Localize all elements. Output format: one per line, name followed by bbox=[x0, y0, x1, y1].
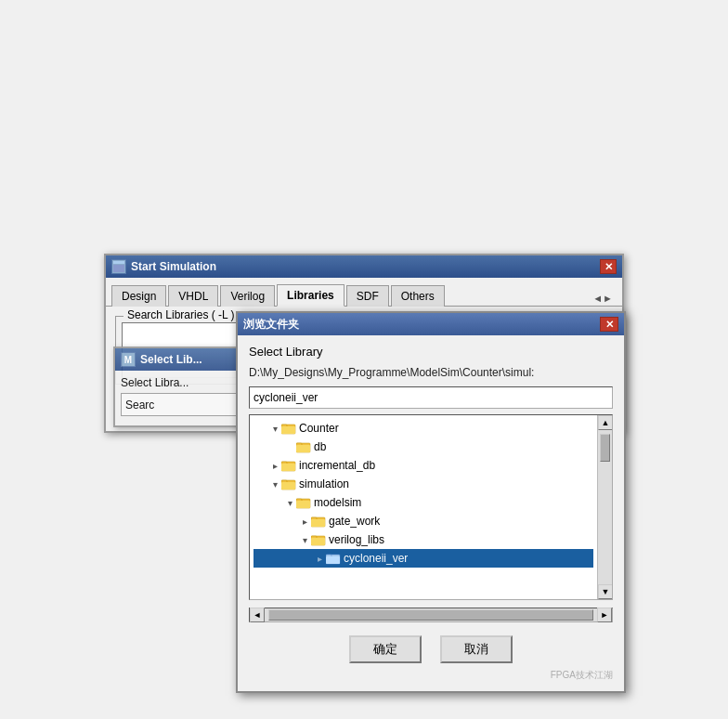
svg-rect-16 bbox=[296, 501, 310, 508]
toggle-db[interactable]: ▸ bbox=[283, 442, 296, 452]
tree-label-db: db bbox=[314, 440, 326, 453]
sim-window-title: Start Simulation bbox=[131, 260, 216, 273]
tree-label-verilog-libs: verilog_libs bbox=[329, 533, 384, 546]
indent-5b bbox=[268, 512, 283, 530]
vscroll-up[interactable]: ▲ bbox=[598, 415, 613, 430]
tree-scroll-area: ▾ Counter ▸ bbox=[250, 415, 597, 599]
toggle-incremental-db[interactable]: ▸ bbox=[268, 461, 281, 471]
tree-label-counter: Counter bbox=[299, 422, 339, 435]
sim-window-icon bbox=[111, 259, 126, 274]
svg-rect-4 bbox=[281, 426, 295, 434]
browse-select-label: Select Library bbox=[249, 345, 613, 359]
vscroll-down[interactable]: ▼ bbox=[598, 584, 613, 599]
folder-icon-modelsim bbox=[296, 496, 311, 509]
indent-7c bbox=[283, 549, 298, 568]
browse-content: Select Library D:\My_Designs\My_Programm… bbox=[238, 335, 624, 691]
tree-container: ▾ Counter ▸ bbox=[249, 414, 613, 600]
tab-vhdl[interactable]: VHDL bbox=[168, 285, 218, 307]
svg-rect-1 bbox=[113, 265, 124, 272]
svg-rect-13 bbox=[281, 482, 295, 490]
indent-4b bbox=[268, 493, 283, 512]
indent-2a bbox=[254, 456, 268, 475]
search-libraries-label: Search Libraries ( -L ) bbox=[124, 308, 239, 321]
hscrollbar: ◄ ► bbox=[249, 608, 613, 622]
cancel-button[interactable]: 取消 bbox=[440, 635, 513, 663]
tree-label-gate-work: gate_work bbox=[329, 515, 380, 528]
browse-close-button[interactable]: ✕ bbox=[600, 317, 618, 332]
browse-dialog: 浏览文件夹 ✕ Select Library D:\My_Designs\My_… bbox=[236, 311, 626, 693]
hscroll-thumb[interactable] bbox=[268, 609, 593, 621]
svg-rect-10 bbox=[281, 464, 295, 471]
toggle-simulation[interactable]: ▾ bbox=[268, 479, 281, 490]
tree-item-db[interactable]: ▸ db bbox=[254, 438, 593, 456]
vscroll-track bbox=[598, 430, 612, 584]
tree-item-gate-work[interactable]: ▸ gate_work bbox=[254, 512, 593, 530]
tree-label-simulation: simulation bbox=[299, 477, 349, 490]
tree-label-cycloneii-ver: cycloneii_ver bbox=[344, 552, 408, 565]
confirm-button[interactable]: 确定 bbox=[349, 635, 422, 663]
sim-title-left: Start Simulation bbox=[111, 259, 216, 274]
tree-item-incremental-db[interactable]: ▸ incremental_db bbox=[254, 456, 593, 475]
folder-icon-gate-work bbox=[311, 515, 326, 528]
indent-1b bbox=[268, 438, 283, 456]
tree-item-cycloneii-ver[interactable]: ▸ cycloneii_ver bbox=[254, 549, 593, 568]
browse-path: D:\My_Designs\My_Programme\ModelSim\Coun… bbox=[249, 366, 613, 379]
tabs-container: Design VHDL Verilog Libraries SDF Others… bbox=[106, 278, 622, 307]
folder-icon-counter bbox=[281, 422, 296, 435]
folder-icon-simulation bbox=[281, 477, 296, 490]
svg-rect-19 bbox=[311, 519, 325, 527]
toggle-counter[interactable]: ▾ bbox=[268, 424, 281, 434]
tree-inner: ▾ Counter ▸ bbox=[250, 415, 597, 571]
tab-design[interactable]: Design bbox=[111, 285, 166, 307]
svg-rect-0 bbox=[113, 261, 124, 264]
indent-6b bbox=[268, 530, 283, 549]
tab-sdf[interactable]: SDF bbox=[346, 285, 389, 307]
tabs-arrow[interactable]: ◄► bbox=[589, 291, 617, 306]
toggle-gate-work[interactable]: ▸ bbox=[298, 516, 311, 527]
indent-3a bbox=[254, 475, 268, 493]
tab-libraries[interactable]: Libraries bbox=[277, 284, 344, 307]
folder-icon-verilog-libs bbox=[311, 533, 326, 546]
svg-rect-25 bbox=[326, 556, 340, 564]
toggle-verilog-libs[interactable]: ▾ bbox=[298, 535, 311, 545]
folder-icon-cycloneii-ver bbox=[326, 552, 341, 565]
watermark: FPGA技术江湖 bbox=[249, 669, 613, 682]
indent-7a bbox=[254, 549, 268, 568]
hscroll-left[interactable]: ◄ bbox=[250, 608, 265, 622]
tree-item-modelsim[interactable]: ▾ modelsim bbox=[254, 493, 593, 512]
indent-1a bbox=[254, 438, 268, 456]
select-lib-bg-title-left: M Select Lib... bbox=[121, 352, 202, 367]
tree-label-incremental-db: incremental_db bbox=[299, 459, 375, 472]
tree-item-verilog-libs[interactable]: ▾ verilog_libs bbox=[254, 530, 593, 549]
tree-label-modelsim: modelsim bbox=[314, 496, 361, 509]
browse-titlebar: 浏览文件夹 ✕ bbox=[238, 313, 624, 335]
vscrollbar[interactable]: ▲ ▼ bbox=[597, 415, 612, 599]
select-lib-bg-search-label: Searc bbox=[125, 399, 154, 412]
indent-5c bbox=[283, 512, 298, 530]
tree-item-counter[interactable]: ▾ Counter bbox=[254, 419, 593, 438]
indent-6c bbox=[283, 530, 298, 549]
tree-item-simulation[interactable]: ▾ simulation bbox=[254, 475, 593, 493]
sim-close-button[interactable]: ✕ bbox=[600, 259, 617, 274]
hscroll-right[interactable]: ► bbox=[597, 608, 612, 622]
indent-5a bbox=[254, 512, 268, 530]
sim-titlebar: Start Simulation ✕ bbox=[106, 255, 622, 278]
svg-rect-22 bbox=[311, 538, 325, 545]
toggle-modelsim[interactable]: ▾ bbox=[283, 498, 296, 508]
vscroll-thumb[interactable] bbox=[600, 434, 610, 462]
page-container: M Select Lib... ✕ Select Libra... Searc bbox=[19, 254, 709, 465]
toggle-cycloneii-ver[interactable]: ▸ bbox=[313, 554, 326, 564]
select-lib-bg-icon: M bbox=[121, 352, 136, 367]
select-lib-bg-title-text: Select Lib... bbox=[140, 353, 202, 366]
sim-wrapper: M Select Lib... ✕ Select Libra... Searc bbox=[104, 254, 624, 433]
folder-icon-incremental-db bbox=[281, 459, 296, 472]
indent-7d bbox=[298, 549, 313, 568]
indent-6a bbox=[254, 530, 268, 549]
browse-input[interactable] bbox=[249, 386, 613, 409]
folder-icon-db bbox=[296, 440, 311, 453]
indent-4a bbox=[254, 493, 268, 512]
indent-0 bbox=[254, 419, 268, 438]
indent-7b bbox=[268, 549, 283, 568]
tab-verilog[interactable]: Verilog bbox=[220, 285, 275, 307]
tab-others[interactable]: Others bbox=[391, 285, 445, 307]
